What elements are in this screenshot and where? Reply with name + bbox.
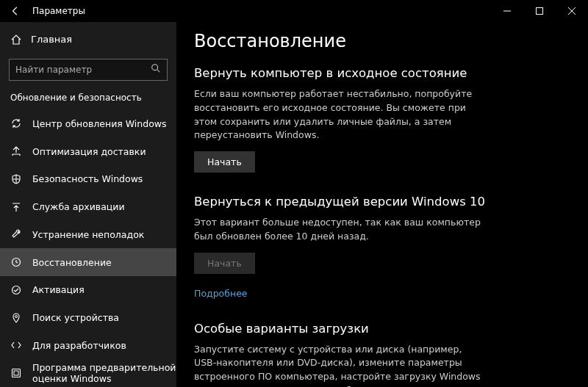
sidebar-item-label: Поиск устройства [32, 312, 176, 323]
sidebar-item-insider[interactable]: Программа предварительной оценки Windows [0, 359, 176, 387]
sidebar-item-label: Восстановление [32, 257, 176, 268]
section-title: Вернуть компьютер в исходное состояние [194, 66, 570, 80]
search-box[interactable] [9, 59, 168, 81]
home-icon [10, 34, 22, 46]
sync-icon [10, 117, 22, 129]
sidebar-item-label: Активация [32, 284, 176, 295]
backup-icon [10, 201, 22, 213]
close-button[interactable] [556, 0, 588, 22]
svg-point-7 [12, 286, 21, 294]
section-description: Этот вариант больше недоступен, так как … [194, 216, 481, 244]
sidebar-item-backup[interactable]: Служба архивации [0, 193, 176, 221]
home-link[interactable]: Главная [0, 26, 176, 53]
sidebar-item-label: Программа предварительной оценки Windows [32, 362, 176, 384]
shield-icon [10, 173, 22, 185]
sidebar-item-developers[interactable]: Для разработчиков [0, 332, 176, 360]
search-icon [151, 62, 161, 76]
section-previous-version: Вернуться к предыдущей версии Windows 10… [194, 195, 570, 300]
search-input[interactable] [15, 65, 151, 75]
sidebar-item-activation[interactable]: Активация [0, 276, 176, 304]
code-icon [10, 339, 22, 351]
section-description: Запустите систему с устройства или диска… [194, 343, 481, 388]
svg-point-8 [15, 315, 18, 317]
sidebar-item-label: Центр обновления Windows [32, 118, 176, 129]
svg-rect-10 [14, 371, 18, 375]
home-label: Главная [31, 34, 72, 45]
delivery-icon [10, 145, 22, 157]
previous-start-button: Начать [194, 253, 255, 274]
recovery-icon [10, 256, 22, 268]
sidebar-item-recovery[interactable]: Восстановление [0, 248, 176, 276]
sidebar-item-delivery-optimization[interactable]: Оптимизация доставки [0, 137, 176, 165]
sidebar-item-windows-security[interactable]: Безопасность Windows [0, 165, 176, 193]
svg-rect-9 [12, 369, 21, 377]
svg-line-5 [157, 70, 160, 73]
sidebar-item-label: Для разработчиков [32, 340, 176, 351]
title-bar: Параметры [0, 0, 588, 22]
sidebar-item-label: Служба архивации [32, 201, 176, 212]
svg-point-4 [152, 65, 158, 70]
insider-icon [10, 367, 22, 379]
maximize-button[interactable] [523, 0, 556, 22]
section-title: Вернуться к предыдущей версии Windows 10 [194, 195, 570, 209]
key-icon [10, 284, 22, 296]
sidebar-item-label: Оптимизация доставки [32, 146, 176, 157]
sidebar-item-label: Безопасность Windows [32, 173, 176, 184]
section-title: Особые варианты загрузки [194, 322, 570, 336]
section-advanced-startup: Особые варианты загрузки Запустите систе… [194, 322, 570, 388]
sidebar-item-find-device[interactable]: Поиск устройства [0, 304, 176, 332]
learn-more-link[interactable]: Подробнее [194, 288, 248, 299]
reset-start-button[interactable]: Начать [194, 151, 255, 173]
content-area: Восстановление Вернуть компьютер в исход… [176, 22, 588, 387]
svg-rect-1 [537, 8, 543, 15]
back-button[interactable] [4, 0, 26, 22]
minimize-button[interactable] [491, 0, 523, 22]
sidebar: Главная Обновление и безопасность Центр … [0, 22, 176, 387]
page-title: Восстановление [194, 31, 570, 51]
section-reset-pc: Вернуть компьютер в исходное состояние Е… [194, 66, 570, 173]
section-description: Если ваш компьютер работает нестабильно,… [194, 87, 481, 142]
sidebar-item-windows-update[interactable]: Центр обновления Windows [0, 110, 176, 138]
wrench-icon [10, 228, 22, 240]
sidebar-section-header: Обновление и безопасность [0, 90, 176, 110]
sidebar-item-troubleshoot[interactable]: Устранение неполадок [0, 221, 176, 249]
location-icon [10, 312, 22, 324]
window-title: Параметры [26, 6, 85, 16]
sidebar-item-label: Устранение неполадок [32, 229, 176, 240]
